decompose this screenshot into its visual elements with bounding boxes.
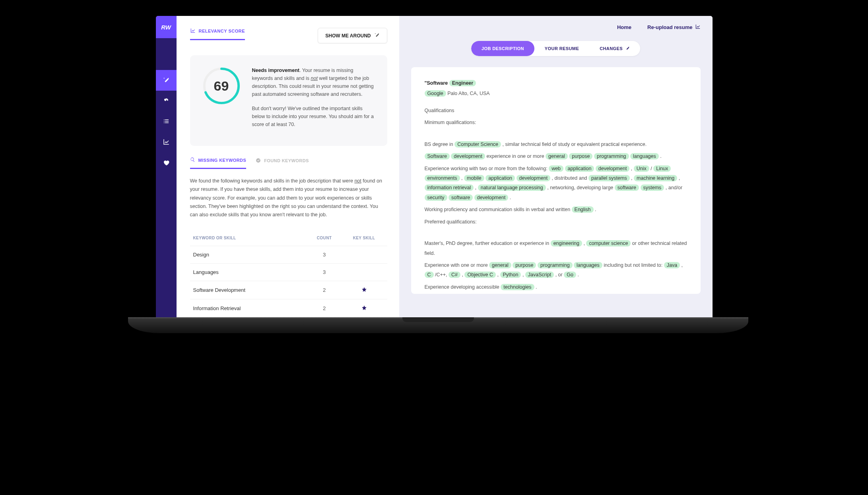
jd-line: Experience working with two or more from… xyxy=(425,164,687,203)
job-description-card: "Software Engineer Google Palo Alto, CA,… xyxy=(411,67,701,294)
header-count: COUNT xyxy=(305,236,344,240)
sidebar-item-magic[interactable] xyxy=(156,70,177,91)
table-row[interactable]: Design 3 xyxy=(190,246,387,263)
jd-line: Working proficiency and communication sk… xyxy=(425,205,687,214)
laptop-notch xyxy=(402,317,474,322)
score-text: Needs improvement. Your resume is missin… xyxy=(252,66,375,135)
magic-wand-icon xyxy=(374,32,380,39)
score-bold: Needs improvement xyxy=(252,68,299,73)
chart-line-icon xyxy=(695,24,701,31)
main: RELEVANCY SCORE SHOW ME AROUND xyxy=(177,16,713,318)
sidebar: RW xyxy=(156,16,177,318)
app-window: RW xyxy=(156,16,713,318)
magic-wand-icon xyxy=(163,76,170,85)
pill-changes[interactable]: CHANGES xyxy=(589,41,640,56)
header-keyword: KEYWORD OR SKILL xyxy=(193,236,305,240)
top-links: Home Re-upload resume xyxy=(411,24,701,31)
show-me-label: SHOW ME AROUND xyxy=(325,33,371,39)
laptop-frame: RW xyxy=(152,12,717,333)
star-icon xyxy=(344,287,384,293)
search-icon xyxy=(190,157,195,163)
laptop-base xyxy=(128,317,748,333)
list-icon xyxy=(163,118,170,126)
star-icon xyxy=(344,305,384,312)
home-link[interactable]: Home xyxy=(617,24,631,31)
logo[interactable]: RW xyxy=(156,16,177,38)
reupload-link[interactable]: Re-upload resume xyxy=(647,24,700,31)
table-row[interactable]: Information Retrieval 2 xyxy=(190,299,387,317)
left-panel: RELEVANCY SCORE SHOW ME AROUND xyxy=(177,16,399,318)
table-row[interactable]: Software Development 2 xyxy=(190,281,387,299)
sidebar-item-list[interactable] xyxy=(156,111,177,132)
chart-line-icon xyxy=(190,28,196,34)
pill-your-resume[interactable]: YOUR RESUME xyxy=(534,41,589,56)
keyword-tabs: MISSING KEYWORDS FOUND KEYWORDS xyxy=(190,157,387,169)
heart-icon xyxy=(163,159,170,167)
score-card: 69 Needs improvement. Your resume is mis… xyxy=(190,55,387,146)
tab-missing-keywords[interactable]: MISSING KEYWORDS xyxy=(190,157,247,169)
view-switch: JOB DESCRIPTION YOUR RESUME CHANGES xyxy=(411,41,701,56)
header-keyskill: KEY SKILL xyxy=(344,236,384,240)
table-row[interactable]: Languages 3 xyxy=(190,263,387,281)
right-panel: Home Re-upload resume JOB DESCRIPTION YO… xyxy=(399,16,713,318)
pill-job-description[interactable]: JOB DESCRIPTION xyxy=(471,41,534,56)
score-circle: 69 xyxy=(202,66,241,105)
sidebar-item-handshake[interactable] xyxy=(156,91,177,111)
jd-company: Google Palo Alto, CA, USA xyxy=(425,89,687,98)
check-circle-icon xyxy=(256,158,261,164)
jd-qualifications-heading: Qualifications xyxy=(425,106,687,115)
sidebar-item-chart[interactable] xyxy=(156,132,177,153)
sidebar-item-favorites[interactable] xyxy=(156,153,177,173)
jd-title: "Software Engineer xyxy=(425,78,687,88)
jd-pref-qualifications: Preferred qualifications: xyxy=(425,217,687,227)
jd-line: Experience developing accessible technol… xyxy=(425,282,687,292)
keyword-table: KEYWORD OR SKILL COUNT KEY SKILL Design … xyxy=(190,230,387,318)
jd-line: Master's, PhD degree, further education … xyxy=(425,239,687,258)
relevancy-title-text: RELEVANCY SCORE xyxy=(199,29,245,33)
magic-wand-icon xyxy=(625,46,630,51)
keyword-description: We found the following keywords and skil… xyxy=(190,177,387,219)
handshake-icon xyxy=(163,97,170,105)
relevancy-title: RELEVANCY SCORE xyxy=(190,28,245,40)
jd-line: BS degree in Computer Science , similar … xyxy=(425,140,687,149)
score-value: 69 xyxy=(214,78,229,94)
chart-line-icon xyxy=(163,138,170,147)
jd-min-qualifications: Minimum qualifications: xyxy=(425,118,687,127)
jd-line: Experience with one or more general purp… xyxy=(425,260,687,280)
show-me-around-button[interactable]: SHOW ME AROUND xyxy=(318,28,387,43)
tab-found-keywords[interactable]: FOUND KEYWORDS xyxy=(256,157,309,169)
jd-line: Software development experience in one o… xyxy=(425,151,687,161)
